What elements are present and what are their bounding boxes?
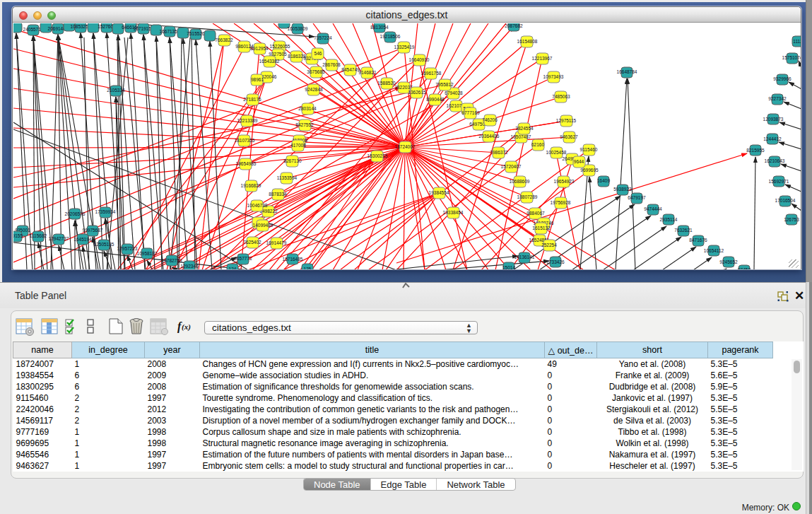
svg-text:7485063: 7485063 [552, 94, 570, 99]
svg-text:9884067: 9884067 [526, 211, 545, 216]
svg-text:546: 546 [314, 51, 322, 56]
svg-text:7986372: 7986372 [490, 150, 508, 155]
svg-text:19654923: 19654923 [554, 179, 575, 184]
svg-text:15692971: 15692971 [769, 179, 789, 184]
svg-text:7955812: 7955812 [435, 82, 454, 87]
svg-text:2087682: 2087682 [505, 23, 523, 28]
svg-text:2718176: 2718176 [243, 97, 261, 102]
svg-text:9777169: 9777169 [461, 110, 480, 115]
svg-text:1733426: 1733426 [546, 259, 565, 264]
svg-text:10046738: 10046738 [247, 203, 268, 208]
svg-text:2105334: 2105334 [107, 88, 125, 93]
svg-text:2867608: 2867608 [322, 62, 341, 67]
svg-text:19654985: 19654985 [236, 161, 257, 166]
svg-text:12093873: 12093873 [763, 117, 784, 122]
svg-text:62160: 62160 [531, 142, 544, 147]
svg-text:12975115: 12975115 [556, 118, 577, 123]
svg-text:16648784: 16648784 [617, 69, 637, 74]
svg-text:1645194: 1645194 [73, 237, 92, 242]
svg-text:8427552: 8427552 [295, 122, 314, 127]
svg-text:3675685: 3675685 [307, 69, 325, 74]
svg-text:252254: 252254 [541, 243, 557, 247]
svg-text:9329966: 9329966 [773, 76, 792, 81]
svg-text:746206: 746206 [482, 117, 498, 122]
svg-text:14136141: 14136141 [514, 255, 535, 259]
svg-text:16914479: 16914479 [266, 240, 287, 245]
svg-text:11353594: 11353594 [277, 175, 298, 180]
svg-text:3824554: 3824554 [515, 126, 534, 131]
svg-text:39155: 39155 [13, 233, 23, 238]
svg-text:12942737: 12942737 [49, 236, 69, 241]
svg-text:1292346: 1292346 [180, 264, 199, 269]
svg-text:126753: 126753 [784, 217, 799, 222]
svg-text:15751074: 15751074 [782, 55, 801, 60]
svg-text:15014: 15014 [502, 265, 515, 269]
svg-text:1244412: 1244412 [763, 136, 782, 141]
svg-text:20206576: 20206576 [65, 211, 86, 216]
svg-text:15716485: 15716485 [283, 257, 303, 262]
svg-text:2935114: 2935114 [660, 217, 678, 222]
svg-text:20364436: 20364436 [479, 134, 500, 139]
svg-text:10958187: 10958187 [137, 251, 158, 256]
svg-text:18807289: 18807289 [517, 194, 538, 199]
svg-text:15300215: 15300215 [367, 153, 388, 158]
svg-text:16053809: 16053809 [288, 26, 308, 31]
svg-text:10025458: 10025458 [546, 150, 567, 155]
svg-text:99975687: 99975687 [83, 228, 103, 233]
svg-text:12505185: 12505185 [94, 242, 114, 247]
svg-text:15226055: 15226055 [270, 44, 290, 49]
svg-text:17359934: 17359934 [95, 209, 116, 214]
svg-text:2803144: 2803144 [298, 106, 317, 111]
svg-text:16640910: 16640910 [409, 57, 430, 62]
svg-text:7357224: 7357224 [314, 35, 332, 40]
svg-text:16409: 16409 [597, 178, 610, 183]
svg-text:1115682: 1115682 [30, 233, 47, 238]
svg-text:417008: 417008 [290, 143, 306, 148]
svg-text:12213389: 12213389 [237, 118, 258, 123]
svg-text:125: 125 [304, 267, 312, 269]
svg-text:8454749: 8454749 [341, 67, 360, 72]
svg-text:8990448: 8990448 [426, 97, 445, 102]
svg-text:19338454: 19338454 [443, 210, 464, 215]
svg-text:13325419: 13325419 [394, 45, 415, 49]
svg-text:5938923: 5938923 [613, 187, 632, 192]
svg-text:19384554: 19384554 [429, 190, 449, 195]
svg-text:8267130: 8267130 [283, 158, 302, 163]
svg-text:98961: 98961 [251, 77, 264, 82]
svg-text:19756928: 19756928 [551, 200, 571, 205]
svg-text:15720407: 15720407 [501, 164, 522, 169]
svg-text:7632621: 7632621 [674, 228, 693, 233]
svg-text:9657771: 9657771 [234, 256, 252, 261]
svg-text:10654112: 10654112 [704, 248, 724, 253]
svg-text:6479197: 6479197 [628, 195, 646, 200]
svg-text:18724007: 18724007 [395, 144, 416, 149]
svg-text:17016504: 17016504 [775, 198, 796, 203]
svg-text:8813054: 8813054 [370, 25, 389, 30]
svg-text:9644: 9644 [574, 159, 584, 164]
svg-text:1362615: 1362615 [408, 90, 426, 95]
svg-text:9699695: 9699695 [580, 168, 599, 173]
svg-text:9146821: 9146821 [358, 70, 377, 75]
svg-text:7625402: 7625402 [243, 240, 261, 245]
svg-text:6794028: 6794028 [445, 90, 463, 95]
svg-text:16782759: 16782759 [162, 258, 182, 263]
svg-text:9245652: 9245652 [719, 259, 738, 264]
svg-text:1112: 1112 [793, 39, 801, 44]
svg-text:16543382: 16543382 [259, 59, 280, 64]
svg-text:16961758: 16961758 [421, 71, 442, 76]
svg-text:16154808: 16154808 [517, 39, 538, 44]
svg-text:8215955: 8215955 [746, 148, 765, 153]
svg-text:16210643: 16210643 [765, 158, 785, 163]
svg-text:9463627: 9463627 [560, 134, 578, 139]
svg-text:17957223: 17957223 [117, 246, 138, 251]
svg-text:124: 124 [229, 267, 237, 269]
svg-text:1615132: 1615132 [532, 226, 551, 230]
svg-text:18107355: 18107355 [235, 138, 255, 143]
svg-text:19166829: 19166829 [241, 183, 261, 188]
svg-text:9227342: 9227342 [768, 96, 787, 101]
svg-text:10973493: 10973493 [543, 74, 564, 79]
svg-text:8878334: 8878334 [269, 192, 287, 197]
svg-text:12213967: 12213967 [532, 56, 553, 61]
svg-text:7663822: 7663822 [215, 37, 233, 42]
svg-text:7515526: 7515526 [187, 31, 205, 36]
